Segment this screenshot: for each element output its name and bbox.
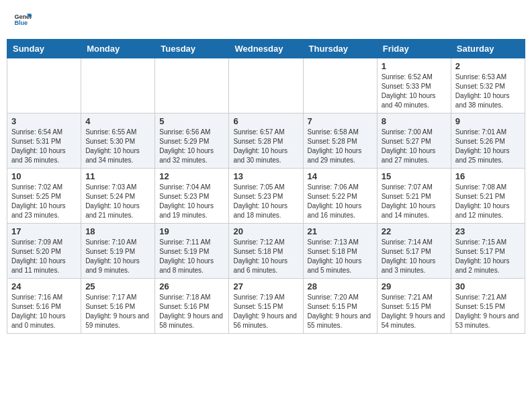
calendar-cell: 28Sunrise: 7:20 AM Sunset: 5:15 PM Dayli… bbox=[303, 279, 377, 334]
day-info: Sunrise: 7:18 AM Sunset: 5:16 PM Dayligh… bbox=[159, 293, 224, 330]
day-info: Sunrise: 6:56 AM Sunset: 5:29 PM Dayligh… bbox=[159, 128, 224, 165]
calendar-cell bbox=[7, 58, 81, 113]
day-number: 24 bbox=[11, 281, 77, 291]
day-info: Sunrise: 7:00 AM Sunset: 5:27 PM Dayligh… bbox=[382, 128, 447, 165]
day-number: 25 bbox=[85, 281, 150, 291]
calendar-cell: 10Sunrise: 7:02 AM Sunset: 5:25 PM Dayli… bbox=[7, 169, 81, 224]
day-number: 18 bbox=[85, 226, 150, 236]
weekday-header-row: SundayMondayTuesdayWednesdayThursdayFrid… bbox=[7, 40, 525, 58]
day-number: 8 bbox=[382, 116, 447, 126]
calendar-cell: 27Sunrise: 7:19 AM Sunset: 5:15 PM Dayli… bbox=[229, 279, 303, 334]
day-info: Sunrise: 7:02 AM Sunset: 5:25 PM Dayligh… bbox=[11, 183, 77, 220]
calendar-cell bbox=[81, 58, 155, 113]
day-number: 11 bbox=[85, 171, 150, 181]
calendar-cell: 6Sunrise: 6:57 AM Sunset: 5:28 PM Daylig… bbox=[229, 113, 303, 169]
day-number: 29 bbox=[382, 281, 447, 291]
week-row-3: 10Sunrise: 7:02 AM Sunset: 5:25 PM Dayli… bbox=[7, 169, 525, 224]
day-number: 2 bbox=[455, 61, 521, 71]
day-number: 27 bbox=[233, 281, 298, 291]
calendar-cell: 29Sunrise: 7:21 AM Sunset: 5:15 PM Dayli… bbox=[377, 279, 451, 334]
day-info: Sunrise: 7:08 AM Sunset: 5:21 PM Dayligh… bbox=[455, 183, 521, 220]
day-number: 28 bbox=[308, 281, 373, 291]
day-info: Sunrise: 7:09 AM Sunset: 5:20 PM Dayligh… bbox=[11, 238, 77, 275]
day-number: 14 bbox=[308, 171, 373, 181]
day-info: Sunrise: 7:04 AM Sunset: 5:23 PM Dayligh… bbox=[159, 183, 224, 220]
weekday-header-saturday: Saturday bbox=[451, 40, 525, 58]
logo: General Blue bbox=[13, 10, 34, 29]
day-info: Sunrise: 7:21 AM Sunset: 5:15 PM Dayligh… bbox=[382, 293, 447, 330]
weekday-header-tuesday: Tuesday bbox=[155, 40, 229, 58]
weekday-header-wednesday: Wednesday bbox=[229, 40, 303, 58]
calendar-cell: 2Sunrise: 6:53 AM Sunset: 5:32 PM Daylig… bbox=[451, 58, 525, 113]
calendar-cell: 5Sunrise: 6:56 AM Sunset: 5:29 PM Daylig… bbox=[155, 113, 229, 169]
day-info: Sunrise: 6:54 AM Sunset: 5:31 PM Dayligh… bbox=[11, 128, 77, 165]
calendar-cell: 4Sunrise: 6:55 AM Sunset: 5:30 PM Daylig… bbox=[81, 113, 155, 169]
day-number: 16 bbox=[455, 171, 521, 181]
day-info: Sunrise: 7:01 AM Sunset: 5:26 PM Dayligh… bbox=[455, 128, 521, 165]
calendar-cell: 24Sunrise: 7:16 AM Sunset: 5:16 PM Dayli… bbox=[7, 279, 81, 334]
day-number: 12 bbox=[159, 171, 224, 181]
day-number: 20 bbox=[233, 226, 298, 236]
day-info: Sunrise: 6:55 AM Sunset: 5:30 PM Dayligh… bbox=[85, 128, 150, 165]
page-header: General Blue bbox=[7, 7, 525, 32]
day-number: 6 bbox=[233, 116, 298, 126]
calendar-cell bbox=[155, 58, 229, 113]
calendar-cell bbox=[303, 58, 377, 113]
weekday-header-thursday: Thursday bbox=[303, 40, 377, 58]
calendar-cell: 13Sunrise: 7:05 AM Sunset: 5:23 PM Dayli… bbox=[229, 169, 303, 224]
calendar-cell: 3Sunrise: 6:54 AM Sunset: 5:31 PM Daylig… bbox=[7, 113, 81, 169]
day-info: Sunrise: 7:14 AM Sunset: 5:17 PM Dayligh… bbox=[382, 238, 447, 275]
day-info: Sunrise: 6:58 AM Sunset: 5:28 PM Dayligh… bbox=[308, 128, 373, 165]
calendar-cell: 7Sunrise: 6:58 AM Sunset: 5:28 PM Daylig… bbox=[303, 113, 377, 169]
week-row-2: 3Sunrise: 6:54 AM Sunset: 5:31 PM Daylig… bbox=[7, 113, 525, 169]
day-number: 7 bbox=[308, 116, 373, 126]
calendar-cell: 21Sunrise: 7:13 AM Sunset: 5:18 PM Dayli… bbox=[303, 224, 377, 279]
calendar-cell: 20Sunrise: 7:12 AM Sunset: 5:18 PM Dayli… bbox=[229, 224, 303, 279]
day-info: Sunrise: 7:16 AM Sunset: 5:16 PM Dayligh… bbox=[11, 293, 77, 330]
logo-icon: General Blue bbox=[13, 10, 32, 29]
calendar-cell: 14Sunrise: 7:06 AM Sunset: 5:22 PM Dayli… bbox=[303, 169, 377, 224]
day-info: Sunrise: 7:06 AM Sunset: 5:22 PM Dayligh… bbox=[308, 183, 373, 220]
day-info: Sunrise: 7:20 AM Sunset: 5:15 PM Dayligh… bbox=[308, 293, 373, 330]
calendar-cell bbox=[229, 58, 303, 113]
day-number: 9 bbox=[455, 116, 521, 126]
calendar-cell: 15Sunrise: 7:07 AM Sunset: 5:21 PM Dayli… bbox=[377, 169, 451, 224]
day-info: Sunrise: 7:19 AM Sunset: 5:15 PM Dayligh… bbox=[233, 293, 298, 330]
calendar-cell: 12Sunrise: 7:04 AM Sunset: 5:23 PM Dayli… bbox=[155, 169, 229, 224]
weekday-header-friday: Friday bbox=[377, 40, 451, 58]
week-row-5: 24Sunrise: 7:16 AM Sunset: 5:16 PM Dayli… bbox=[7, 279, 525, 334]
calendar-cell: 25Sunrise: 7:17 AM Sunset: 5:16 PM Dayli… bbox=[81, 279, 155, 334]
calendar-cell: 18Sunrise: 7:10 AM Sunset: 5:19 PM Dayli… bbox=[81, 224, 155, 279]
calendar-cell: 8Sunrise: 7:00 AM Sunset: 5:27 PM Daylig… bbox=[377, 113, 451, 169]
day-number: 19 bbox=[159, 226, 224, 236]
day-info: Sunrise: 6:53 AM Sunset: 5:32 PM Dayligh… bbox=[455, 73, 521, 110]
day-number: 1 bbox=[382, 61, 447, 71]
day-info: Sunrise: 7:10 AM Sunset: 5:19 PM Dayligh… bbox=[85, 238, 150, 275]
day-number: 3 bbox=[11, 116, 77, 126]
day-number: 26 bbox=[159, 281, 224, 291]
calendar-cell: 22Sunrise: 7:14 AM Sunset: 5:17 PM Dayli… bbox=[377, 224, 451, 279]
day-number: 4 bbox=[85, 116, 150, 126]
day-info: Sunrise: 6:57 AM Sunset: 5:28 PM Dayligh… bbox=[233, 128, 298, 165]
day-number: 17 bbox=[11, 226, 77, 236]
day-number: 15 bbox=[382, 171, 447, 181]
day-info: Sunrise: 7:11 AM Sunset: 5:19 PM Dayligh… bbox=[159, 238, 224, 275]
weekday-header-monday: Monday bbox=[81, 40, 155, 58]
week-row-1: 1Sunrise: 6:52 AM Sunset: 5:33 PM Daylig… bbox=[7, 58, 525, 113]
day-info: Sunrise: 7:13 AM Sunset: 5:18 PM Dayligh… bbox=[308, 238, 373, 275]
calendar-cell: 30Sunrise: 7:21 AM Sunset: 5:15 PM Dayli… bbox=[451, 279, 525, 334]
calendar-table: SundayMondayTuesdayWednesdayThursdayFrid… bbox=[7, 39, 525, 334]
day-number: 22 bbox=[382, 226, 447, 236]
day-number: 5 bbox=[159, 116, 224, 126]
day-number: 30 bbox=[455, 281, 521, 291]
day-info: Sunrise: 7:17 AM Sunset: 5:16 PM Dayligh… bbox=[85, 293, 150, 330]
day-info: Sunrise: 6:52 AM Sunset: 5:33 PM Dayligh… bbox=[382, 73, 447, 110]
day-info: Sunrise: 7:21 AM Sunset: 5:15 PM Dayligh… bbox=[455, 293, 521, 330]
calendar-cell: 11Sunrise: 7:03 AM Sunset: 5:24 PM Dayli… bbox=[81, 169, 155, 224]
weekday-header-sunday: Sunday bbox=[7, 40, 81, 58]
calendar-cell: 19Sunrise: 7:11 AM Sunset: 5:19 PM Dayli… bbox=[155, 224, 229, 279]
day-number: 10 bbox=[11, 171, 77, 181]
day-info: Sunrise: 7:12 AM Sunset: 5:18 PM Dayligh… bbox=[233, 238, 298, 275]
day-info: Sunrise: 7:15 AM Sunset: 5:17 PM Dayligh… bbox=[455, 238, 521, 275]
calendar-cell: 26Sunrise: 7:18 AM Sunset: 5:16 PM Dayli… bbox=[155, 279, 229, 334]
